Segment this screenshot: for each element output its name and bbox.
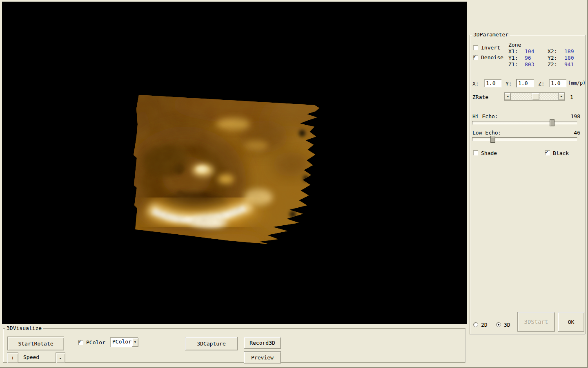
- pcolor-dropdown-value: PColor: [110, 337, 131, 347]
- zone-z2-value: 941: [564, 62, 574, 67]
- zrate-value: 1: [570, 94, 573, 100]
- shade-checkbox-row[interactable]: Shade: [473, 150, 497, 156]
- zone-x2-label: X2:: [548, 49, 557, 54]
- zrate-left-arrow-icon[interactable]: ◄: [504, 93, 511, 100]
- invert-label: Invert: [481, 45, 500, 51]
- mode-3d-radio-row[interactable]: 3D: [496, 322, 510, 328]
- hi-echo-value: 198: [567, 114, 580, 119]
- app-window: 3DParameter Invert Denoise Zone X1: 104 …: [0, 0, 588, 368]
- zrate-thumb[interactable]: [532, 93, 539, 100]
- denoise-label: Denoise: [481, 54, 503, 61]
- parameter-groupbox: 3DParameter Invert Denoise Zone X1: 104 …: [470, 35, 586, 334]
- x-scale-input[interactable]: 1.0: [484, 79, 502, 88]
- zone-z2-label: Z2:: [548, 62, 557, 67]
- record3d-button[interactable]: Record3D: [244, 337, 281, 349]
- zone-x2-value: 189: [564, 49, 574, 54]
- low-echo-thumb[interactable]: [490, 136, 495, 143]
- zone-title: Zone: [508, 42, 521, 48]
- ok-button[interactable]: OK: [558, 312, 584, 332]
- parameter-group-title: 3DParameter: [472, 31, 510, 38]
- zone-z1-label: Z1:: [508, 62, 518, 67]
- mode-3d-label: 3D: [504, 322, 510, 328]
- visualize-panel: 3DVisualize StartRotate + Speed - PColor…: [0, 324, 468, 367]
- zone-y1-label: Y1:: [508, 55, 518, 61]
- visualize-groupbox: 3DVisualize StartRotate + Speed - PColor…: [3, 328, 466, 363]
- mode-2d-label: 2D: [481, 322, 488, 328]
- hi-echo-label: Hi Echo:: [472, 114, 498, 119]
- low-echo-value: 46: [567, 130, 580, 136]
- black-checkbox[interactable]: [545, 150, 550, 156]
- y-scale-label: Y:: [506, 81, 512, 87]
- denoise-checkbox-row[interactable]: Denoise: [473, 54, 503, 60]
- pcolor-dropdown[interactable]: PColor ▼: [110, 337, 138, 348]
- denoise-checkbox[interactable]: [473, 55, 478, 60]
- zone-y2-value: 180: [564, 55, 574, 61]
- chevron-down-icon[interactable]: ▼: [132, 338, 138, 347]
- zone-x1-value: 104: [525, 49, 534, 54]
- pcolor-checkbox[interactable]: [78, 340, 83, 345]
- low-echo-slider[interactable]: [472, 137, 577, 141]
- hi-echo-slider[interactable]: [472, 121, 577, 125]
- capture3d-button[interactable]: 3DCapture: [185, 337, 238, 350]
- low-echo-label: Low Echo:: [472, 130, 501, 136]
- pcolor-checkbox-row[interactable]: PColor: [78, 339, 105, 345]
- invert-checkbox[interactable]: [473, 45, 478, 50]
- shade-label: Shade: [481, 150, 497, 156]
- zrate-scrollbar[interactable]: ◄ ►: [504, 92, 565, 101]
- zone-z1-value: 803: [525, 62, 534, 67]
- speed-minus-button[interactable]: -: [56, 352, 65, 363]
- start-rotate-button[interactable]: StartRotate: [7, 337, 64, 350]
- hi-echo-thumb[interactable]: [550, 119, 555, 126]
- mode-2d-radio[interactable]: [473, 322, 478, 327]
- black-checkbox-row[interactable]: Black: [545, 150, 569, 156]
- parameter-panel: 3DParameter Invert Denoise Zone X1: 104 …: [468, 0, 587, 367]
- start3d-button[interactable]: 3DStart: [517, 312, 555, 332]
- speed-label: Speed: [23, 355, 39, 360]
- mode-2d-radio-row[interactable]: 2D: [473, 322, 488, 328]
- black-label: Black: [553, 150, 569, 156]
- ultrasound-render: [2, 2, 467, 324]
- zone-y2-label: Y2:: [548, 55, 557, 61]
- speed-plus-button[interactable]: +: [7, 352, 18, 363]
- visualize-group-title: 3DVisualize: [5, 325, 43, 332]
- mode-3d-radio[interactable]: [496, 322, 501, 327]
- zrate-track[interactable]: [511, 93, 558, 100]
- x-scale-label: X:: [472, 81, 479, 87]
- preview-button[interactable]: Preview: [244, 351, 281, 364]
- zrate-label: ZRate: [472, 94, 488, 100]
- z-scale-input[interactable]: 1.0: [549, 79, 567, 88]
- pcolor-checkbox-label: PColor: [86, 339, 105, 346]
- invert-checkbox-row[interactable]: Invert: [473, 45, 500, 50]
- shade-checkbox[interactable]: [473, 150, 478, 156]
- zone-x1-label: X1:: [508, 49, 518, 54]
- zone-y1-value: 96: [525, 55, 531, 61]
- y-scale-input[interactable]: 1.0: [516, 79, 534, 88]
- render-viewport[interactable]: [2, 2, 467, 324]
- zrate-right-arrow-icon[interactable]: ►: [558, 93, 565, 100]
- z-scale-label: Z:: [538, 81, 545, 87]
- scale-unit-label: (mm/p): [568, 80, 586, 86]
